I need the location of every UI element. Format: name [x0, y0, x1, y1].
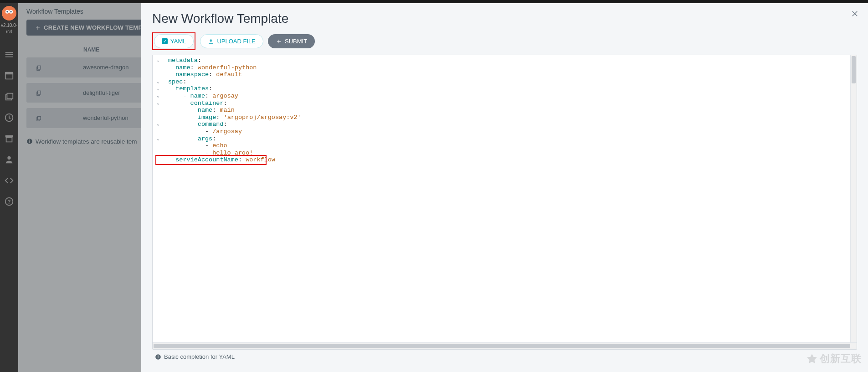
yaml-button-label: YAML: [170, 38, 186, 45]
octopus-icon: [3, 7, 15, 19]
highlight-yaml-button: ✓ YAML: [152, 32, 195, 50]
yaml-toggle-button[interactable]: ✓ YAML: [154, 34, 194, 48]
code-line[interactable]: image: 'argoproj/argosay:v2': [166, 114, 857, 121]
code-line[interactable]: - /argosay: [166, 128, 857, 135]
fold-glyph[interactable]: ⌄: [157, 57, 159, 64]
code-line[interactable]: - hello argo!: [166, 150, 857, 157]
code-line[interactable]: name: wonderful-python: [166, 64, 857, 72]
nav-item-cron[interactable]: [0, 107, 18, 128]
code-line[interactable]: - name: argosay: [166, 93, 857, 100]
version-label: v2.10.0- rc4: [1, 22, 17, 35]
upload-button-label: UPLOAD FILE: [217, 38, 256, 45]
svg-rect-5: [5, 72, 13, 75]
argo-logo[interactable]: [2, 6, 16, 21]
code-line[interactable]: args:: [166, 135, 857, 143]
editor-footer-text: Basic completion for YAML: [164, 353, 235, 360]
editor-footer: i Basic completion for YAML: [152, 350, 857, 364]
nav-item-user[interactable]: [0, 149, 18, 170]
editor-horizontal-scrollbar[interactable]: [153, 342, 857, 349]
code-line[interactable]: spec:: [166, 78, 857, 86]
code-line[interactable]: - echo: [166, 142, 857, 150]
code-line[interactable]: metadata:: [166, 57, 857, 64]
code-line[interactable]: templates:: [166, 85, 857, 93]
fold-glyph[interactable]: ⌄: [157, 78, 159, 86]
svg-text:i: i: [158, 355, 159, 359]
archive-icon: [4, 134, 14, 144]
nav-item-cluster[interactable]: [0, 86, 18, 107]
info-icon: i: [155, 354, 161, 360]
fold-glyph[interactable]: ⌄: [157, 93, 159, 100]
svg-text:?: ?: [7, 199, 10, 205]
windows-icon: [4, 92, 14, 102]
svg-point-11: [7, 156, 10, 160]
window-top-strip: [0, 0, 868, 3]
bars-icon: [4, 50, 14, 60]
svg-rect-7: [7, 93, 13, 99]
app-sidebar: v2.10.0- rc4 ?: [0, 3, 18, 372]
upload-icon: [208, 38, 214, 45]
close-button[interactable]: [851, 10, 859, 20]
nav-item-help[interactable]: ?: [0, 191, 18, 212]
code-line[interactable]: command:: [166, 121, 857, 128]
code-line[interactable]: container:: [166, 100, 857, 107]
code-line[interactable]: name: main: [166, 107, 857, 114]
submit-button-label: SUBMIT: [285, 38, 307, 45]
fold-glyph[interactable]: ⌄: [157, 121, 159, 128]
fold-glyph[interactable]: ⌄: [157, 135, 159, 143]
clock-icon: [4, 113, 14, 123]
modal-overlay[interactable]: New Workflow Template ✓ YAML UPLOAD FILE: [18, 3, 868, 372]
submit-button[interactable]: SUBMIT: [268, 34, 315, 48]
code-line[interactable]: namespace: default: [166, 71, 857, 78]
upload-file-button[interactable]: UPLOAD FILE: [200, 34, 263, 48]
page-content: Workflow Templates CREATE NEW WORKFLOW T…: [18, 3, 868, 372]
close-icon: [851, 10, 859, 18]
editor-vertical-scrollbar[interactable]: [850, 55, 857, 342]
nav-item-archive[interactable]: [0, 128, 18, 149]
modal-action-row: ✓ YAML UPLOAD FILE SUBMIT: [152, 32, 857, 50]
nav-item-list[interactable]: [0, 44, 18, 65]
fold-glyph[interactable]: ⌄: [157, 100, 159, 107]
yaml-editor[interactable]: ⌄⌄⌄⌄⌄⌄⌄metadata: name: wonderful-python …: [152, 55, 857, 350]
svg-point-3: [10, 11, 11, 12]
fold-glyph[interactable]: ⌄: [157, 85, 159, 93]
checkbox-checked-icon: ✓: [162, 38, 168, 44]
plus-icon: [276, 38, 282, 45]
svg-point-2: [6, 11, 8, 12]
modal-title: New Workflow Template: [152, 11, 857, 26]
code-icon: [4, 176, 14, 186]
nav-item-templates[interactable]: [0, 65, 18, 86]
help-icon: ?: [4, 196, 14, 207]
window-icon: [4, 71, 14, 81]
user-icon: [4, 155, 14, 165]
nav-item-api[interactable]: [0, 170, 18, 191]
new-template-panel: New Workflow Template ✓ YAML UPLOAD FILE: [141, 3, 868, 372]
svg-rect-10: [6, 137, 12, 142]
code-line[interactable]: servieAccountName: workflow: [166, 156, 857, 164]
